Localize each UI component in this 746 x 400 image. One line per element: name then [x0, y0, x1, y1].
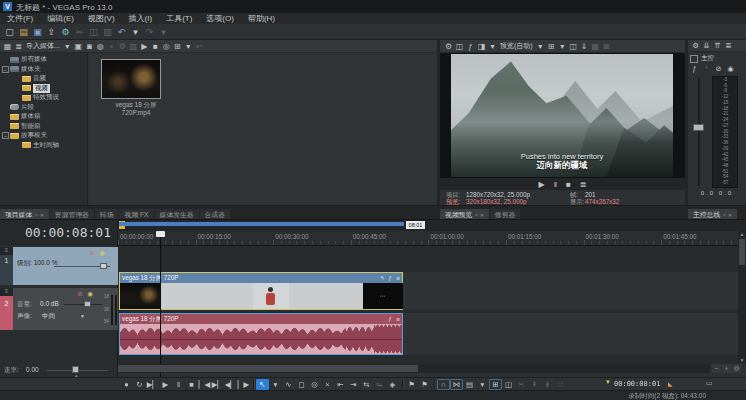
import-media-button[interactable]: 导入媒体...: [26, 41, 60, 51]
save-snapshot-icon[interactable]: ⇓: [579, 41, 590, 52]
project-properties-icon[interactable]: ⚙: [59, 26, 72, 38]
expand-toggle-icon[interactable]: [2, 113, 9, 120]
event-menu-icon[interactable]: ≡: [394, 275, 402, 281]
split-screen-dropdown-icon[interactable]: ▾: [487, 41, 498, 52]
detail-view-icon[interactable]: ≣: [13, 41, 24, 52]
mixer-properties-icon[interactable]: ⚙: [690, 41, 701, 51]
lock-envelopes-icon[interactable]: ◈: [386, 379, 399, 390]
split-screen-icon[interactable]: ◨: [476, 41, 487, 52]
redo-dropdown-icon[interactable]: ▾: [157, 26, 170, 38]
slip-icon[interactable]: ⇆: [360, 379, 373, 390]
scroll-up-icon[interactable]: ▲: [738, 231, 746, 237]
snap-enable-icon[interactable]: ∩: [437, 379, 450, 390]
volume-slider-handle[interactable]: [84, 301, 91, 307]
media-bin-item[interactable]: 所有媒体: [0, 55, 87, 65]
expand-toggle-icon[interactable]: [14, 75, 21, 82]
expand-toggle-icon[interactable]: [2, 123, 9, 130]
track-mute-icon[interactable]: ⊘: [76, 290, 84, 298]
undock-icon[interactable]: ▫: [475, 212, 477, 218]
insert-marker-icon[interactable]: ⚑: [405, 379, 418, 390]
scrollbar-thumb[interactable]: [739, 239, 745, 265]
audio-track-header[interactable]: ≡ 2 ⊘◉ 音量: 0.0 dB 声像: 中间 ▼ 183654: [0, 288, 118, 330]
expand-toggle-icon[interactable]: [2, 104, 9, 111]
menu-item[interactable]: 选项(O): [199, 13, 241, 24]
delete-icon[interactable]: ×: [321, 379, 334, 390]
go-to-end-icon[interactable]: ▶▏: [211, 379, 224, 390]
scroll-down-icon[interactable]: ▼: [738, 357, 746, 363]
level-slider-handle[interactable]: [100, 263, 107, 269]
master-mute-icon[interactable]: ⊘: [714, 64, 723, 73]
undo-dropdown-icon[interactable]: ▾: [129, 26, 142, 38]
keyframe-triangle-icon[interactable]: ◣: [668, 380, 673, 387]
external-monitor-icon[interactable]: ◫: [454, 41, 465, 52]
next-frame-icon[interactable]: ▏▶: [237, 379, 250, 390]
undo-icon[interactable]: ↶: [115, 26, 128, 38]
timeline-lanes[interactable]: vegas 18 分屏 720P ↰ƒ≡ ⋯ vegas 18 分屏 720P …: [118, 245, 746, 382]
track-menu-icon[interactable]: ≡: [0, 247, 13, 255]
rate-slider-handle[interactable]: [72, 366, 79, 373]
paste-insert-icon[interactable]: ⇞: [528, 379, 541, 390]
capture-video-icon[interactable]: ▣: [73, 41, 84, 52]
undock-icon[interactable]: ▫: [723, 212, 725, 218]
paste-icon[interactable]: ▥: [101, 26, 114, 38]
trim-end-icon[interactable]: ⇥: [347, 379, 360, 390]
ignore-grouping-icon[interactable]: ⊞: [489, 379, 502, 390]
media-bin-item[interactable]: 媒体箱: [0, 112, 87, 122]
auto-ripple-icon[interactable]: ▤: [463, 379, 476, 390]
extract-audio-icon[interactable]: ◍: [95, 41, 106, 52]
import-media-caret-icon[interactable]: ▾: [62, 41, 73, 52]
audio-clip-body[interactable]: [120, 324, 402, 354]
timeline-vertical-scrollbar[interactable]: ▲ ▼: [738, 231, 746, 363]
media-search-icon[interactable]: ◎: [161, 41, 172, 52]
event-fx-icon[interactable]: ƒ: [386, 275, 394, 281]
preview-menu-button[interactable]: ≣: [580, 180, 587, 189]
track-menu-icon[interactable]: ≡: [0, 288, 13, 296]
mixer-console-icon[interactable]: ∷: [554, 379, 567, 390]
slide-icon[interactable]: ⇋: [373, 379, 386, 390]
render-as-icon[interactable]: ⇪: [45, 26, 58, 38]
event-grouping-icon[interactable]: ◫: [502, 379, 515, 390]
expand-toggle-icon[interactable]: −: [2, 66, 9, 73]
start-preview-icon[interactable]: ▶: [139, 41, 150, 52]
automation-icon[interactable]: *: [702, 64, 711, 73]
menu-item[interactable]: 视图(V): [81, 13, 122, 24]
audio-clip-title-bar[interactable]: vegas 18 分屏 720P ƒ≡: [120, 314, 402, 324]
media-fx-icon[interactable]: ▥: [128, 41, 139, 52]
audio-event-clip[interactable]: vegas 18 分屏 720P ƒ≡: [119, 313, 403, 355]
menu-item[interactable]: 插入(I): [122, 13, 160, 24]
play-from-start-icon[interactable]: ▶▏: [146, 379, 159, 390]
track-solo-icon[interactable]: ◉: [86, 290, 94, 298]
menu-item[interactable]: 编辑(E): [40, 13, 81, 24]
preview-pause-button[interactable]: ‖: [554, 180, 557, 189]
zoom-tool-button[interactable]: ◎: [732, 364, 741, 373]
bin-view-icon[interactable]: ⊞: [172, 41, 183, 52]
expand-toggle-icon[interactable]: −: [2, 132, 9, 139]
post-edit-ripple-icon[interactable]: ⇟: [541, 379, 554, 390]
loop-playback-icon[interactable]: ↻: [133, 379, 146, 390]
video-output-fx-icon[interactable]: ƒ: [465, 41, 476, 52]
tab-close-icon[interactable]: ×: [728, 212, 732, 218]
marker-bar[interactable]: 08:01: [118, 220, 746, 231]
pan-center-marker-icon[interactable]: ▼: [80, 313, 85, 319]
play-icon[interactable]: ▶: [159, 379, 172, 390]
edit-tool-dropdown-icon[interactable]: ▾: [269, 379, 282, 390]
go-to-start-icon[interactable]: ▏◀: [198, 379, 211, 390]
event-pan-crop-icon[interactable]: ↰: [378, 275, 386, 281]
track-mute-icon[interactable]: ⊘: [88, 249, 96, 257]
bin-view-dropdown-icon[interactable]: ▾: [183, 41, 194, 52]
preview-properties-icon[interactable]: ⚙: [443, 41, 454, 52]
envelope-edit-tool-icon[interactable]: ∿: [282, 379, 295, 390]
media-thumbnail[interactable]: [101, 59, 161, 99]
auto-crossfade-icon[interactable]: ⋈: [450, 379, 463, 390]
preview-quality-dropdown[interactable]: 预览(自动): [500, 41, 533, 51]
insert-audio-bus-icon[interactable]: ⇊: [701, 41, 712, 51]
get-photo-icon[interactable]: ◙: [84, 41, 95, 52]
normal-edit-tool-icon[interactable]: ↖: [256, 379, 269, 390]
stop-icon[interactable]: ■: [185, 379, 198, 390]
auto-ripple-dropdown-icon[interactable]: ▾: [476, 379, 489, 390]
zoom-out-button[interactable]: −: [712, 364, 721, 373]
copy-snapshot-icon[interactable]: ◫: [568, 41, 579, 52]
thumbnail-view-icon[interactable]: ▦: [2, 41, 13, 52]
menu-item[interactable]: 文件(F): [0, 13, 40, 24]
cursor-position-time[interactable]: 00:00:08:01: [614, 380, 660, 388]
